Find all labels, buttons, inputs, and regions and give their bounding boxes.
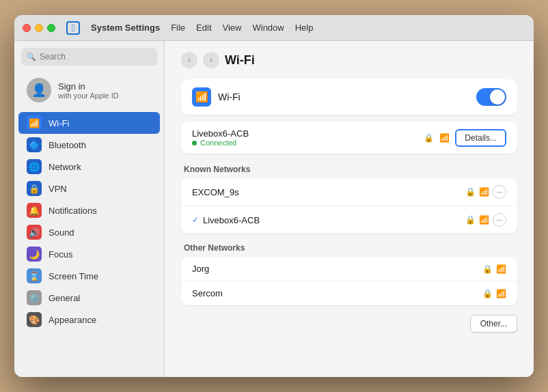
sidebar-item-screen-time[interactable]: ⌛ Screen Time (18, 265, 160, 287)
vpn-label: VPN (49, 184, 67, 194)
screen-time-label: Screen Time (49, 271, 98, 281)
menu-help[interactable]: Help (295, 23, 314, 33)
sidebar-item-wifi[interactable]: 📶 Wi-Fi (18, 112, 160, 134)
known-network-name-1: ✓ Livebox6-ACB (192, 215, 260, 225)
lock-icon-1: 🔒 (465, 215, 476, 225)
wifi-toggle-row: 📶 Wi-Fi (181, 79, 517, 115)
titlebar:  System Settings File Edit View Window … (14, 15, 534, 41)
sidebar-item-sound[interactable]: 🔊 Sound (18, 221, 160, 243)
lock-icon-other-1: 🔒 (482, 289, 493, 298)
other-btn-row: Other... (181, 315, 517, 333)
main-content: 🔍 👤 Sign in with your Apple ID 📶 Wi-Fi 🔷… (14, 41, 534, 377)
app-title: System Settings (91, 23, 160, 33)
signal-icon-0: 📶 (479, 187, 489, 197)
sidebar: 🔍 👤 Sign in with your Apple ID 📶 Wi-Fi 🔷… (14, 41, 165, 377)
back-button[interactable]: ‹ (181, 52, 197, 68)
notifications-label: Notifications (49, 206, 97, 216)
sidebar-item-appearance[interactable]: 🎨 Appearance (18, 309, 160, 331)
sidebar-item-network[interactable]: 🌐 Network (18, 156, 160, 178)
traffic-lights (23, 24, 55, 32)
main-window:  System Settings File Edit View Window … (14, 15, 534, 377)
connected-actions: 🔒 📶 Details... (424, 129, 506, 147)
zoom-button[interactable] (47, 24, 55, 32)
table-row[interactable]: Jorg 🔒 📶 (181, 257, 517, 281)
wifi-toggle[interactable] (476, 88, 506, 106)
sidebar-item-sign-in[interactable]: 👤 Sign in with your Apple ID (18, 72, 160, 108)
connected-network-name: Livebox6-ACB (192, 128, 249, 139)
network-label: Network (49, 162, 81, 172)
wifi-label-group: 📶 Wi-Fi (192, 87, 241, 107)
sign-in-title: Sign in (58, 81, 119, 92)
table-row[interactable]: ✓ Livebox6-ACB 🔒 📶 ··· (181, 206, 517, 234)
signal-icon-other-1: 📶 (496, 289, 506, 298)
sign-in-text: Sign in with your Apple ID (58, 81, 119, 100)
details-button[interactable]: Details... (455, 129, 506, 147)
table-row[interactable]: EXCOM_9s 🔒 📶 ··· (181, 178, 517, 206)
network-icon: 🌐 (27, 159, 42, 174)
wifi-main-icon: 📶 (192, 87, 211, 107)
sidebar-item-focus[interactable]: 🌙 Focus (18, 243, 160, 265)
screen-time-icon: ⌛ (27, 268, 42, 283)
appearance-label: Appearance (49, 315, 96, 325)
other-network-name-1: Sercom (192, 288, 223, 298)
sidebar-item-vpn[interactable]: 🔒 VPN (18, 178, 160, 199)
avatar: 👤 (27, 78, 51, 102)
bluetooth-label: Bluetooth (49, 140, 86, 150)
checkmark-icon: ✓ (192, 215, 199, 225)
lock-icon-0: 🔒 (465, 187, 476, 197)
minimize-button[interactable] (35, 24, 43, 32)
ellipsis-button-0[interactable]: ··· (493, 185, 506, 199)
known-networks-title: Known Networks (181, 165, 517, 174)
wifi-sidebar-icon: 📶 (27, 115, 42, 130)
lock-icon-other-0: 🔒 (482, 264, 493, 274)
vpn-icon: 🔒 (27, 181, 42, 196)
search-bar[interactable]: 🔍 (21, 48, 157, 66)
panel-nav: ‹ › Wi-Fi (181, 52, 517, 68)
known-network-name-0: EXCOM_9s (192, 187, 239, 197)
menu-bar: File Edit View Window Help (171, 23, 313, 33)
sidebar-item-notifications[interactable]: 🔔 Notifications (18, 199, 160, 221)
wifi-sidebar-label: Wi-Fi (49, 118, 69, 128)
focus-label: Focus (49, 249, 72, 260)
signal-icon-1: 📶 (479, 215, 489, 225)
other-networks-button[interactable]: Other... (470, 315, 517, 333)
menu-window[interactable]: Window (252, 23, 284, 33)
menu-view[interactable]: View (223, 23, 242, 33)
connected-row: Livebox6-ACB Connected 🔒 📶 Details... (181, 122, 517, 154)
panel-title: Wi-Fi (225, 53, 255, 68)
notifications-icon: 🔔 (27, 203, 42, 218)
other-network-icons-0: 🔒 📶 (482, 264, 506, 274)
wifi-signal-icon: 📶 (439, 133, 450, 143)
known-networks-list: EXCOM_9s 🔒 📶 ··· ✓ Livebox6-ACB 🔒 (181, 178, 517, 234)
other-network-icons-1: 🔒 📶 (482, 289, 506, 298)
bluetooth-icon: 🔷 (27, 137, 42, 152)
status-dot (192, 141, 197, 145)
sign-in-subtitle: with your Apple ID (58, 92, 119, 100)
search-input[interactable] (40, 52, 152, 61)
wifi-toggle-label: Wi-Fi (218, 92, 241, 102)
general-label: General (49, 293, 80, 303)
sound-icon: 🔊 (27, 225, 42, 240)
lock-icon: 🔒 (424, 133, 434, 143)
other-networks-title: Other Networks (181, 243, 517, 253)
apple-icon:  (66, 21, 80, 35)
sound-label: Sound (49, 227, 74, 238)
connected-info: Livebox6-ACB Connected (192, 128, 249, 147)
network-icons-0: 🔒 📶 ··· (465, 185, 506, 199)
close-button[interactable] (23, 24, 31, 32)
sidebar-item-general[interactable]: ⚙️ General (18, 287, 160, 309)
appearance-icon: 🎨 (27, 312, 42, 327)
table-row[interactable]: Sercom 🔒 📶 (181, 281, 517, 305)
connected-label: Connected (200, 139, 236, 147)
search-icon: 🔍 (27, 53, 36, 61)
network-icons-1: 🔒 📶 ··· (465, 213, 506, 227)
right-panel: ‹ › Wi-Fi 📶 Wi-Fi Livebox6-ACB (165, 41, 534, 377)
forward-button[interactable]: › (203, 52, 219, 68)
other-network-name-0: Jorg (192, 264, 209, 274)
signal-icon-other-0: 📶 (496, 264, 506, 274)
menu-edit[interactable]: Edit (196, 23, 211, 33)
menu-file[interactable]: File (171, 23, 185, 33)
connected-status: Connected (192, 139, 249, 147)
sidebar-item-bluetooth[interactable]: 🔷 Bluetooth (18, 134, 160, 156)
ellipsis-button-1[interactable]: ··· (493, 213, 506, 227)
